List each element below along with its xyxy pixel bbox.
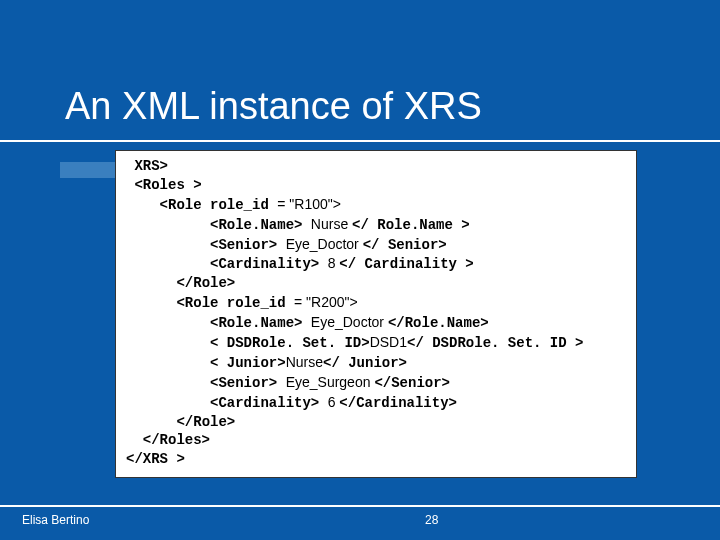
footer-line (0, 505, 720, 507)
code-line: <Role.Name> Nurse </ Role.Name > (126, 215, 626, 235)
code-line: <Role.Name> Eye_Doctor </Role.Name> (126, 313, 626, 333)
author-label: Elisa Bertino (22, 513, 89, 527)
code-box: XRS> <Roles > <Role role_id = "R100"> <R… (115, 150, 637, 478)
page-number: 28 (425, 513, 438, 527)
slide: An XML instance of XRS XRS> <Roles > <Ro… (0, 0, 720, 540)
code-line: <Roles > (126, 176, 626, 195)
code-line: <Cardinality> 8 </ Cardinality > (126, 254, 626, 274)
code-line: <Role role_id = "R200"> (126, 293, 626, 313)
code-line: < DSDRole. Set. ID>DSD1</ DSDRole. Set. … (126, 333, 626, 353)
slide-title: An XML instance of XRS (65, 85, 482, 128)
code-line: <Senior> Eye_Doctor </ Senior> (126, 235, 626, 255)
code-line: </Role> (126, 274, 626, 293)
code-line: </Roles> (126, 431, 626, 450)
code-line: <Cardinality> 6 </Cardinality> (126, 393, 626, 413)
code-line: < Junior>Nurse</ Junior> (126, 353, 626, 373)
title-underline (0, 140, 720, 142)
code-line: <Senior> Eye_Surgeon </Senior> (126, 373, 626, 393)
code-line: <Role role_id = "R100"> (126, 195, 626, 215)
code-line: XRS> (126, 157, 626, 176)
code-line: </XRS > (126, 450, 626, 469)
code-line: </Role> (126, 413, 626, 432)
